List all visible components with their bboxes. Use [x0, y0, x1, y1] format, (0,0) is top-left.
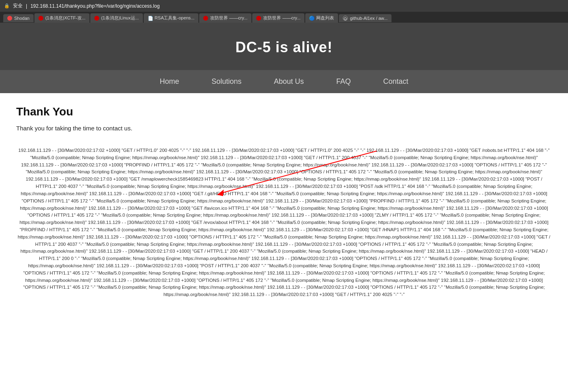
crypto1-icon — [203, 16, 208, 21]
site-title: DC-5 is alive! — [8, 39, 560, 56]
browser-url-path: | — [26, 3, 27, 9]
tab-wangpan-label: 网盘列表 — [316, 15, 334, 21]
nav-solutions[interactable]: Solutions — [211, 77, 241, 86]
rsa-icon: 📄 — [148, 16, 153, 21]
tab-xctf[interactable]: (1条消息)XCTF-攻... — [34, 13, 89, 23]
security-icon: 🔒 — [4, 3, 10, 9]
tab-github[interactable]: ⚙ github-Al1ex / aw... — [339, 14, 391, 22]
page-heading: Thank You — [16, 105, 552, 118]
browser-url-full: 192.168.11.141/thankyou.php?file=/var/lo… — [30, 3, 160, 9]
tab-crypto2-label: 攻防世界 ——cry... — [263, 15, 300, 21]
tab-github-label: github-Al1ex / aw... — [350, 16, 387, 21]
tab-xctf-label: (1条消息)XCTF-攻... — [45, 15, 85, 21]
tab-shodan[interactable]: Shodan — [3, 14, 34, 22]
tab-bar: Shodan (1条消息)XCTF-攻... (1条消息)Linux运... 📄… — [0, 12, 568, 23]
wangpan-icon: 🔵 — [309, 16, 314, 21]
page-wrapper: DC-5 is alive! Home Solutions About Us F… — [0, 23, 568, 311]
shodan-icon — [7, 16, 12, 21]
tab-wangpan[interactable]: 🔵 网盘列表 — [305, 13, 338, 23]
site-header: DC-5 is alive! — [0, 23, 568, 70]
tab-linux-label: (1条消息)Linux运... — [101, 15, 139, 21]
tab-crypto1-label: 攻防世界 ——cry... — [210, 15, 247, 21]
browser-url: 安全 — [13, 2, 23, 9]
linux-icon — [94, 16, 99, 21]
intro-text: Thank you for taking the time to contact… — [16, 125, 552, 132]
log-text: 192.168.11.129 - - [30/Mar/2020:02:17:02… — [16, 147, 552, 298]
xctf-icon — [38, 16, 43, 21]
tab-crypto1[interactable]: 攻防世界 ——cry... — [199, 13, 251, 23]
github-icon: ⚙ — [343, 16, 348, 21]
log-container: 192.168.11.129 - - [30/Mar/2020:02:17:02… — [16, 143, 552, 303]
nav-home[interactable]: Home — [160, 77, 179, 86]
site-nav: Home Solutions About Us FAQ Contact — [0, 70, 568, 93]
main-content: Thank You Thank you for taking the time … — [0, 93, 568, 311]
tab-rsa[interactable]: 📄 RSA工具集-opens... — [144, 13, 198, 23]
nav-about-us[interactable]: About Us — [274, 77, 304, 86]
crypto2-icon — [256, 16, 261, 21]
tab-shodan-label: Shodan — [14, 16, 30, 21]
tab-linux[interactable]: (1条消息)Linux运... — [90, 13, 143, 23]
nav-contact[interactable]: Contact — [383, 77, 408, 86]
browser-bar: 🔒 安全 | 192.168.11.141/thankyou.php?file=… — [0, 0, 568, 12]
nav-faq[interactable]: FAQ — [336, 77, 351, 86]
tab-rsa-label: RSA工具集-opens... — [155, 15, 194, 21]
tab-crypto2[interactable]: 攻防世界 ——cry... — [252, 13, 304, 23]
